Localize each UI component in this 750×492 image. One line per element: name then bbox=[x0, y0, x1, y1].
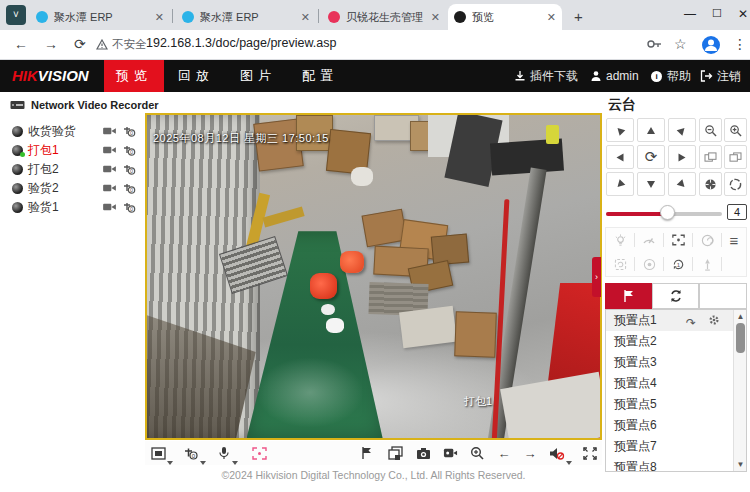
preset-item-7[interactable]: 预置点7 bbox=[606, 436, 734, 457]
nav-tab-picture[interactable]: 图片 bbox=[228, 60, 288, 92]
focus-near-button[interactable] bbox=[724, 145, 747, 169]
ptz-up-left-button[interactable] bbox=[606, 118, 634, 142]
help-button[interactable]: i 帮助 bbox=[650, 60, 691, 92]
layout-caret-icon[interactable] bbox=[167, 451, 173, 469]
one-touch-patrol-icon[interactable]: 1 bbox=[665, 252, 691, 276]
plugin-download-button[interactable]: 插件下载 bbox=[514, 60, 578, 92]
window-close-button[interactable]: ✕ bbox=[738, 7, 748, 21]
ptz-down-right-button[interactable] bbox=[668, 172, 696, 196]
camera-row-dabao1[interactable]: 打包1 0 bbox=[12, 141, 136, 159]
ptz-up-right-button[interactable] bbox=[668, 118, 696, 142]
zoom-out-button[interactable] bbox=[699, 118, 722, 142]
start-live-icon[interactable] bbox=[102, 126, 117, 136]
camera-row-yanhuo2[interactable]: 验货2 0 bbox=[12, 179, 136, 197]
stream-type-icon[interactable]: 0 bbox=[122, 164, 136, 175]
user-menu[interactable]: admin bbox=[590, 60, 639, 92]
ptz-down-left-button[interactable] bbox=[606, 172, 634, 196]
stream-type-icon[interactable]: 0 bbox=[122, 145, 136, 156]
mic-caret-icon[interactable] bbox=[232, 451, 238, 469]
device-header[interactable]: Network Video Recorder bbox=[10, 99, 159, 111]
ptz-up-button[interactable] bbox=[637, 118, 665, 142]
tab-close-icon[interactable]: ✕ bbox=[431, 11, 440, 24]
preset-item-4[interactable]: 预置点4 bbox=[606, 373, 734, 394]
preset-item-5[interactable]: 预置点5 bbox=[606, 394, 734, 415]
tab-presets[interactable] bbox=[605, 283, 652, 309]
digital-zoom-icon[interactable] bbox=[468, 445, 486, 461]
forward-icon[interactable]: → bbox=[44, 36, 58, 52]
ptz-speed-slider-handle[interactable] bbox=[660, 205, 675, 220]
preset-item-1[interactable]: 预置点1 ↷ bbox=[606, 310, 734, 331]
alarm-flag-icon[interactable] bbox=[358, 445, 376, 461]
bookmark-star-icon[interactable]: ☆ bbox=[674, 36, 687, 52]
camera-row-yanhuo1[interactable]: 验货1 0 bbox=[12, 198, 136, 216]
logout-button[interactable]: 注销 bbox=[700, 60, 741, 92]
volume-muted-icon[interactable] bbox=[548, 445, 566, 461]
window-maximize-button[interactable]: ☐ bbox=[712, 7, 722, 20]
previous-channel-icon[interactable]: ← bbox=[495, 445, 513, 461]
next-channel-icon[interactable]: → bbox=[521, 445, 539, 461]
ptz-left-button[interactable] bbox=[606, 145, 634, 169]
scroll-down-icon[interactable]: ▼ bbox=[736, 460, 745, 469]
set-preset-gear-icon[interactable] bbox=[708, 312, 720, 333]
browser-tab-2[interactable]: 聚水潭 ERP ✕ bbox=[176, 4, 316, 30]
security-indicator[interactable]: 不安全 bbox=[96, 37, 147, 52]
stream-switch-icon[interactable]: 0 bbox=[181, 445, 199, 461]
profile-avatar[interactable] bbox=[702, 36, 720, 54]
auto-tracking-icon[interactable] bbox=[607, 252, 633, 276]
scroll-up-icon[interactable]: ▲ bbox=[736, 312, 745, 321]
iris-open-button[interactable] bbox=[724, 172, 747, 196]
panel-collapse-handle[interactable]: › bbox=[592, 257, 601, 297]
tab-close-icon[interactable]: ✕ bbox=[155, 11, 164, 24]
nav-tab-preview[interactable]: 预览 bbox=[104, 60, 164, 92]
stream-type-icon[interactable]: 0 bbox=[122, 126, 136, 137]
start-live-icon[interactable] bbox=[102, 145, 117, 155]
stream-caret-icon[interactable] bbox=[200, 451, 206, 469]
focus-far-button[interactable] bbox=[699, 145, 722, 169]
stop-all-icon[interactable] bbox=[386, 445, 404, 461]
record-icon[interactable] bbox=[441, 445, 459, 461]
start-live-icon[interactable] bbox=[102, 202, 117, 212]
fullscreen-icon[interactable] bbox=[581, 445, 599, 461]
browser-tab-3[interactable]: 贝锐花生壳管理 - 内网 ✕ bbox=[322, 4, 446, 30]
menu-icon[interactable]: ≡ bbox=[721, 228, 747, 252]
start-live-icon[interactable] bbox=[102, 164, 117, 174]
microphone-icon[interactable] bbox=[215, 445, 233, 461]
start-live-icon[interactable] bbox=[102, 183, 117, 193]
tab-close-icon[interactable]: ✕ bbox=[547, 11, 556, 24]
focus-assist-icon[interactable] bbox=[636, 252, 662, 276]
lens-init-icon[interactable] bbox=[694, 228, 720, 252]
scroll-thumb[interactable] bbox=[736, 323, 745, 353]
password-key-icon[interactable] bbox=[646, 37, 662, 55]
tab-close-icon[interactable]: ✕ bbox=[301, 11, 310, 24]
reload-icon[interactable]: ⟳ bbox=[74, 36, 86, 52]
live-video-window[interactable]: 2025年08月12日 星期三 17:50:15 打包1 bbox=[145, 113, 602, 440]
zoom-in-button[interactable] bbox=[724, 118, 747, 142]
iris-close-button[interactable] bbox=[699, 172, 722, 196]
browser-tab-active[interactable]: 预览 ✕ bbox=[448, 4, 562, 30]
ptz-auto-scan-button[interactable]: ⟳ bbox=[637, 145, 665, 169]
back-icon[interactable]: ← bbox=[14, 36, 28, 52]
ptz-speed-value[interactable]: 4 bbox=[727, 204, 747, 220]
ptz-down-button[interactable] bbox=[637, 172, 665, 196]
wiper-icon[interactable] bbox=[636, 228, 662, 252]
tab-patrol[interactable] bbox=[652, 283, 699, 309]
3d-zoom-icon[interactable] bbox=[665, 228, 691, 252]
preset-item-3[interactable]: 预置点3 bbox=[606, 352, 734, 373]
capture-icon[interactable] bbox=[414, 445, 432, 461]
preset-item-8[interactable]: 预置点8 bbox=[606, 457, 734, 472]
tab-search-icon[interactable]: ˅ bbox=[6, 5, 26, 25]
one-touch-park-icon[interactable] bbox=[694, 252, 720, 276]
browser-tab-1[interactable]: 聚水潭 ERP ✕ bbox=[30, 4, 170, 30]
new-tab-button[interactable]: + bbox=[574, 8, 583, 25]
camera-row-dabao2[interactable]: 打包2 0 bbox=[12, 160, 136, 178]
ptz-right-button[interactable] bbox=[668, 145, 696, 169]
3d-position-icon[interactable] bbox=[250, 445, 268, 461]
window-minimize-button[interactable]: — bbox=[684, 7, 696, 21]
layout-grid-icon[interactable] bbox=[149, 445, 167, 461]
preset-item-2[interactable]: 预置点2 bbox=[606, 331, 734, 352]
light-icon[interactable] bbox=[607, 228, 633, 252]
nav-tab-config[interactable]: 配置 bbox=[290, 60, 350, 92]
stream-type-icon[interactable]: 0 bbox=[122, 202, 136, 213]
address-url[interactable]: 192.168.1.3/doc/page/preview.asp bbox=[146, 36, 336, 50]
browser-menu-icon[interactable]: ⋮ bbox=[733, 36, 747, 52]
